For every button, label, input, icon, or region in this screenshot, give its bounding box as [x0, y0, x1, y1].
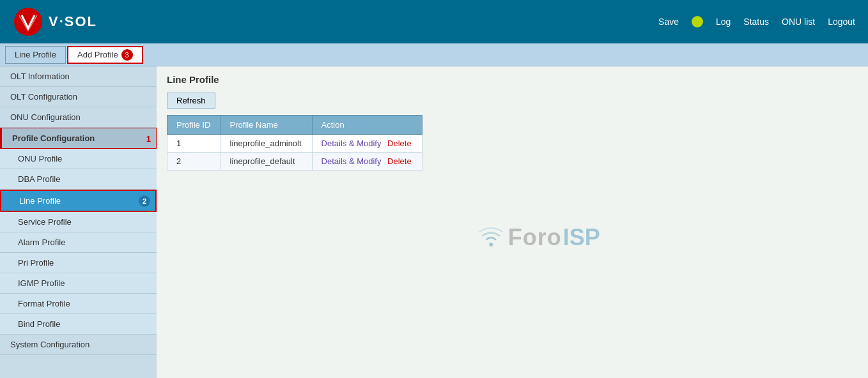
sidebar-item-dba-profile[interactable]: DBA Profile: [0, 169, 157, 190]
col-profile-id: Profile ID: [167, 116, 221, 135]
cell-profile-id: 1: [167, 135, 221, 153]
cell-profile-name: lineprofile_default: [221, 153, 312, 170]
watermark-foro-text: Foro: [508, 224, 562, 251]
tab-add-profile[interactable]: Add Profile 3: [67, 46, 143, 64]
table-row: 2 lineprofile_default Details & Modify D…: [167, 153, 422, 170]
sidebar-item-pri-profile[interactable]: Pri Profile: [0, 253, 157, 273]
details-modify-link[interactable]: Details & Modify: [322, 139, 382, 148]
sidebar-item-profile-configuration[interactable]: Profile Configuration 1: [0, 128, 157, 149]
watermark: Foro ISP: [475, 222, 600, 253]
sidebar-item-onu-profile[interactable]: ONU Profile: [0, 149, 157, 169]
cell-action: Details & Modify Delete: [312, 135, 422, 153]
wifi-icon: [475, 222, 507, 253]
sidebar-item-onu-configuration[interactable]: ONU Configuration: [0, 107, 157, 128]
page-title: Line Profile: [167, 74, 858, 85]
sidebar-item-system-configuration[interactable]: System Configuration: [0, 335, 157, 355]
delete-link[interactable]: Delete: [387, 156, 412, 166]
tab-bar: Line Profile Add Profile 3: [0, 43, 868, 66]
delete-link[interactable]: Delete: [387, 139, 412, 148]
header-right: Save Log Status ONU list Logout: [658, 16, 855, 27]
col-action: Action: [312, 116, 422, 135]
line-profile-badge: 2: [139, 195, 150, 207]
sidebar-item-service-profile[interactable]: Service Profile: [0, 212, 157, 232]
sidebar-item-olt-configuration[interactable]: OLT Configuration: [0, 87, 157, 107]
cell-profile-name: lineprofile_adminolt: [221, 135, 312, 153]
refresh-button[interactable]: Refresh: [167, 93, 215, 109]
header: V·SOL Save Log Status ONU list Logout: [0, 0, 868, 43]
line-profile-table: Profile ID Profile Name Action 1 linepro…: [167, 115, 422, 170]
status-link[interactable]: Status: [743, 17, 769, 27]
sidebar-item-olt-information[interactable]: OLT Information: [0, 66, 157, 87]
onu-list-link[interactable]: ONU list: [782, 17, 815, 27]
svg-point-1: [489, 243, 493, 246]
content-area: Line Profile Refresh Profile ID Profile …: [157, 66, 868, 378]
sidebar-item-bind-profile[interactable]: Bind Profile: [0, 314, 157, 335]
watermark-isp-text: ISP: [563, 224, 600, 251]
sidebar-item-line-profile[interactable]: Line Profile 2: [0, 190, 157, 212]
logout-link[interactable]: Logout: [828, 17, 855, 27]
vsol-logo: [13, 6, 43, 37]
table-row: 1 lineprofile_adminolt Details & Modify …: [167, 135, 422, 153]
profile-config-badge: 1: [146, 133, 151, 143]
main-layout: OLT Information OLT Configuration ONU Co…: [0, 66, 868, 378]
tab-line-profile[interactable]: Line Profile: [5, 46, 66, 64]
cell-action: Details & Modify Delete: [312, 153, 422, 170]
details-modify-link[interactable]: Details & Modify: [322, 156, 382, 166]
sidebar-item-format-profile[interactable]: Format Profile: [0, 294, 157, 314]
add-profile-badge: 3: [121, 49, 133, 61]
sidebar: OLT Information OLT Configuration ONU Co…: [0, 66, 157, 378]
sidebar-item-alarm-profile[interactable]: Alarm Profile: [0, 232, 157, 253]
brand-name: V·SOL: [49, 13, 97, 30]
cell-profile-id: 2: [167, 153, 221, 170]
logo-area: V·SOL: [13, 6, 97, 37]
sidebar-item-igmp-profile[interactable]: IGMP Profile: [0, 273, 157, 294]
save-button[interactable]: Save: [658, 17, 679, 27]
log-link[interactable]: Log: [716, 17, 731, 27]
status-indicator: [692, 16, 703, 27]
col-profile-name: Profile Name: [221, 116, 312, 135]
